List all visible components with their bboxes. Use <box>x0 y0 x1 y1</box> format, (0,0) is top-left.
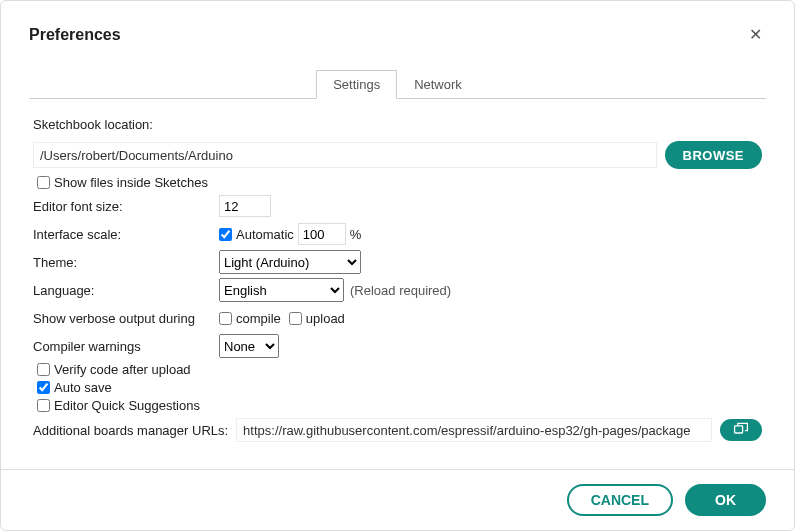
compiler-warnings-select[interactable]: None <box>219 334 279 358</box>
tab-network[interactable]: Network <box>397 70 479 99</box>
quick-suggestions-checkbox[interactable] <box>37 399 50 412</box>
font-size-input[interactable] <box>219 195 271 217</box>
scale-percent-label: % <box>350 227 362 242</box>
boards-urls-input[interactable] <box>236 418 712 442</box>
verbose-upload-checkbox[interactable] <box>289 312 302 325</box>
verbose-compile-label: compile <box>236 311 281 326</box>
expand-icon <box>733 422 749 439</box>
show-files-label: Show files inside Sketches <box>54 175 208 190</box>
theme-label: Theme: <box>33 255 219 270</box>
settings-panel: Sketchbook location: BROWSE Show files i… <box>1 99 794 457</box>
boards-urls-label: Additional boards manager URLs: <box>33 423 228 438</box>
sketchbook-path-input[interactable] <box>33 142 657 168</box>
browse-button[interactable]: BROWSE <box>665 141 763 169</box>
close-icon[interactable]: ✕ <box>745 23 766 47</box>
svg-rect-0 <box>735 425 743 432</box>
cancel-button[interactable]: CANCEL <box>567 484 673 516</box>
reload-required-label: (Reload required) <box>350 283 451 298</box>
compiler-warnings-label: Compiler warnings <box>33 339 219 354</box>
verify-after-upload-checkbox[interactable] <box>37 363 50 376</box>
language-label: Language: <box>33 283 219 298</box>
verbose-label: Show verbose output during <box>33 311 219 326</box>
font-size-label: Editor font size: <box>33 199 219 214</box>
ok-button[interactable]: OK <box>685 484 766 516</box>
quick-suggestions-label: Editor Quick Suggestions <box>54 398 200 413</box>
scale-value-input[interactable] <box>298 223 346 245</box>
verbose-compile-checkbox[interactable] <box>219 312 232 325</box>
scale-automatic-checkbox[interactable] <box>219 228 232 241</box>
auto-save-checkbox[interactable] <box>37 381 50 394</box>
interface-scale-label: Interface scale: <box>33 227 219 242</box>
show-files-checkbox[interactable] <box>37 176 50 189</box>
preferences-dialog: Preferences ✕ Settings Network Sketchboo… <box>0 0 795 531</box>
dialog-header: Preferences ✕ <box>1 1 794 51</box>
scale-automatic-label: Automatic <box>236 227 294 242</box>
verbose-upload-label: upload <box>306 311 345 326</box>
dialog-footer: CANCEL OK <box>1 469 794 530</box>
expand-urls-button[interactable] <box>720 419 762 441</box>
language-select[interactable]: English <box>219 278 344 302</box>
tab-settings[interactable]: Settings <box>316 70 397 99</box>
sketchbook-label: Sketchbook location: <box>33 117 153 132</box>
dialog-title: Preferences <box>29 26 121 44</box>
theme-select[interactable]: Light (Arduino) <box>219 250 361 274</box>
auto-save-label: Auto save <box>54 380 112 395</box>
verify-after-upload-label: Verify code after upload <box>54 362 191 377</box>
tabs: Settings Network <box>29 69 766 99</box>
